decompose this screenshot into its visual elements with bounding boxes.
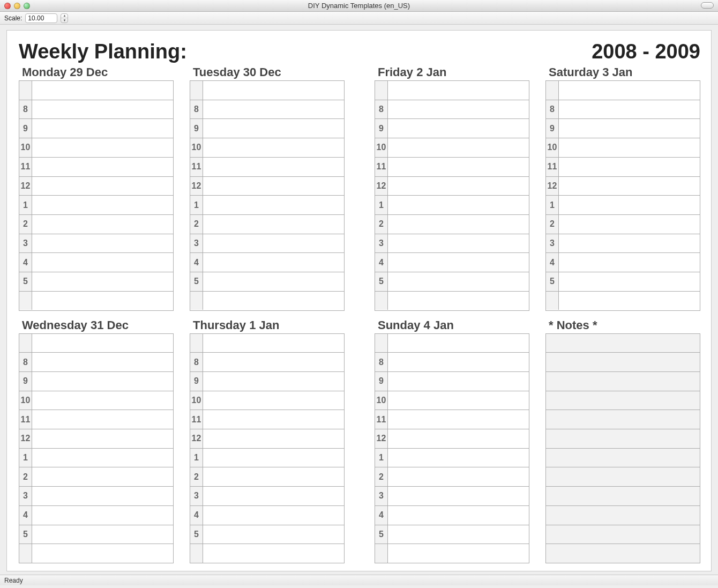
time-slot[interactable] (190, 544, 344, 563)
time-slot[interactable]: 1 (190, 449, 344, 468)
time-slot[interactable]: 5 (375, 272, 529, 292)
time-slot[interactable]: 2 (19, 215, 173, 234)
time-slot[interactable]: 1 (190, 196, 344, 215)
time-slot[interactable]: 10 (375, 138, 529, 158)
time-slot[interactable]: 3 (190, 487, 344, 506)
time-slot[interactable]: 11 (19, 410, 173, 429)
time-slot[interactable]: 10 (190, 138, 344, 158)
time-slot[interactable]: 8 (19, 100, 173, 120)
time-slot[interactable]: 1 (375, 449, 529, 468)
time-slot[interactable]: 11 (375, 410, 529, 429)
time-slot[interactable] (19, 292, 173, 310)
time-slot[interactable]: 10 (19, 391, 173, 411)
time-slot[interactable]: 2 (190, 215, 344, 234)
note-row[interactable] (546, 449, 700, 468)
zoom-window-button[interactable] (24, 3, 30, 9)
toolbar-toggle-pill[interactable] (701, 2, 714, 9)
time-slot[interactable]: 1 (375, 196, 529, 215)
note-row[interactable] (546, 353, 700, 372)
time-slot[interactable] (190, 81, 344, 100)
time-slot[interactable]: 2 (375, 467, 529, 487)
note-row[interactable] (546, 525, 700, 545)
stepper-down-icon[interactable]: ▼ (61, 18, 68, 23)
time-slot[interactable]: 3 (546, 234, 700, 254)
time-slot[interactable] (19, 544, 173, 563)
note-row[interactable] (546, 544, 700, 563)
time-slot[interactable] (190, 334, 344, 353)
time-slot[interactable] (546, 292, 700, 310)
time-slot[interactable]: 11 (190, 410, 344, 429)
time-slot[interactable]: 9 (190, 372, 344, 391)
time-slot[interactable]: 4 (19, 506, 173, 525)
time-slot[interactable]: 9 (19, 119, 173, 138)
time-slot[interactable]: 8 (190, 353, 344, 372)
time-slot[interactable] (19, 334, 173, 353)
close-window-button[interactable] (4, 3, 11, 9)
time-slot[interactable]: 5 (19, 272, 173, 292)
note-row[interactable] (546, 467, 700, 487)
time-slot[interactable]: 9 (19, 372, 173, 391)
time-slot[interactable]: 1 (546, 196, 700, 215)
time-slot[interactable]: 3 (19, 487, 173, 506)
time-slot[interactable]: 8 (375, 100, 529, 120)
time-slot[interactable]: 3 (190, 234, 344, 254)
time-slot[interactable]: 2 (375, 215, 529, 234)
time-slot[interactable]: 12 (190, 177, 344, 196)
time-slot[interactable]: 8 (375, 353, 529, 372)
time-slot[interactable]: 5 (375, 525, 529, 545)
time-slot[interactable]: 12 (190, 429, 344, 449)
time-slot[interactable]: 11 (375, 158, 529, 177)
note-row[interactable] (546, 410, 700, 429)
note-row[interactable] (546, 487, 700, 506)
time-slot[interactable]: 5 (546, 272, 700, 292)
time-slot[interactable]: 11 (546, 158, 700, 177)
time-slot[interactable]: 2 (190, 467, 344, 487)
time-slot[interactable]: 2 (19, 467, 173, 487)
time-slot[interactable] (19, 81, 173, 100)
time-slot[interactable]: 9 (190, 119, 344, 138)
time-slot[interactable]: 10 (546, 138, 700, 158)
time-slot[interactable]: 2 (546, 215, 700, 234)
time-slot[interactable]: 3 (375, 487, 529, 506)
minimize-window-button[interactable] (14, 3, 20, 9)
time-slot[interactable]: 3 (19, 234, 173, 254)
note-row[interactable] (546, 506, 700, 525)
time-slot[interactable]: 4 (190, 506, 344, 525)
note-row[interactable] (546, 429, 700, 449)
time-slot[interactable]: 8 (546, 100, 700, 120)
time-slot[interactable]: 9 (375, 119, 529, 138)
scale-stepper[interactable]: ▲ ▼ (61, 13, 68, 23)
time-slot[interactable]: 9 (375, 372, 529, 391)
time-slot[interactable]: 5 (190, 525, 344, 545)
time-slot[interactable] (375, 544, 529, 563)
note-row[interactable] (546, 334, 700, 353)
time-slot[interactable] (375, 334, 529, 353)
time-slot[interactable]: 10 (190, 391, 344, 411)
time-slot[interactable]: 1 (19, 449, 173, 468)
time-slot[interactable]: 12 (375, 177, 529, 196)
time-slot[interactable] (190, 292, 344, 310)
time-slot[interactable]: 9 (546, 119, 700, 138)
time-slot[interactable]: 11 (19, 158, 173, 177)
time-slot[interactable]: 1 (19, 196, 173, 215)
time-slot[interactable]: 5 (19, 525, 173, 545)
note-row[interactable] (546, 372, 700, 391)
time-slot[interactable]: 12 (19, 429, 173, 449)
note-row[interactable] (546, 391, 700, 411)
time-slot[interactable]: 8 (190, 100, 344, 120)
time-slot[interactable] (375, 292, 529, 310)
time-slot[interactable]: 4 (546, 253, 700, 272)
time-slot[interactable]: 4 (190, 253, 344, 272)
time-slot[interactable]: 10 (375, 391, 529, 411)
time-slot[interactable]: 12 (19, 177, 173, 196)
time-slot[interactable]: 12 (375, 429, 529, 449)
time-slot[interactable]: 8 (19, 353, 173, 372)
time-slot[interactable]: 3 (375, 234, 529, 254)
time-slot[interactable] (546, 81, 700, 100)
stepper-up-icon[interactable]: ▲ (61, 14, 68, 19)
time-slot[interactable]: 4 (375, 253, 529, 272)
time-slot[interactable]: 10 (19, 138, 173, 158)
scale-input[interactable]: 10.00 (25, 13, 57, 23)
time-slot[interactable]: 4 (375, 506, 529, 525)
time-slot[interactable]: 4 (19, 253, 173, 272)
